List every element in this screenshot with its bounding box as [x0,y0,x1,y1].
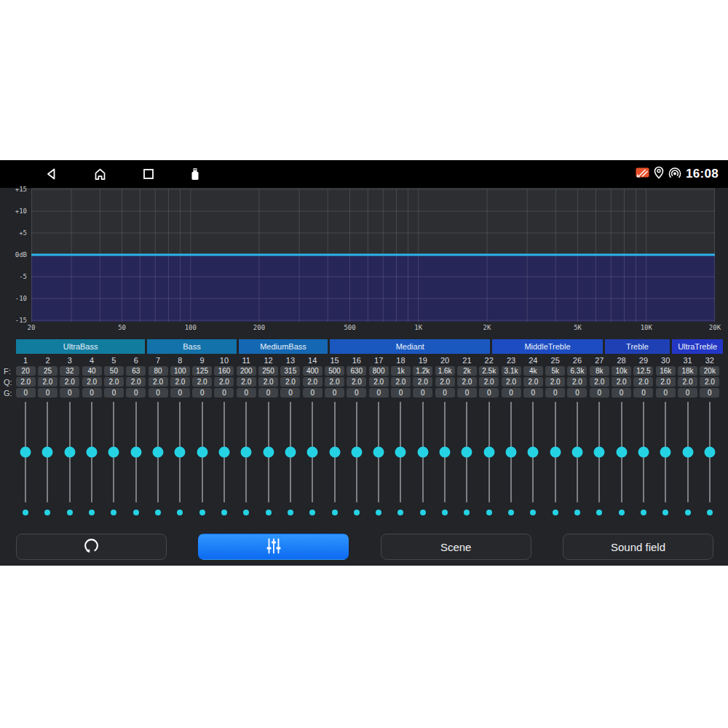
sound-field-button[interactable]: Sound field [563,534,713,560]
gain-slider-ch9[interactable] [191,402,213,502]
slider-track[interactable] [709,402,711,502]
equalizer-button[interactable] [198,534,349,560]
home-icon[interactable] [93,167,107,181]
gain-slider-ch30[interactable] [654,402,676,502]
slider-knob[interactable] [682,447,693,458]
slider-knob[interactable] [483,447,494,458]
gain-slider-ch29[interactable] [633,402,654,502]
slider-knob[interactable] [704,447,715,458]
slider-knob[interactable] [263,447,274,458]
slider-knob[interactable] [130,447,141,458]
slider-track[interactable] [91,402,92,502]
gain-slider-ch18[interactable] [389,402,411,502]
gain-slider-ch10[interactable] [213,402,235,502]
slider-track[interactable] [113,402,114,502]
gain-slider-ch2[interactable] [36,402,58,502]
slider-knob[interactable] [417,447,428,458]
slider-track[interactable] [598,402,600,502]
reset-button[interactable] [16,534,167,560]
gain-slider-ch26[interactable] [566,402,588,502]
gain-slider-ch27[interactable] [588,402,610,502]
slider-knob[interactable] [462,447,472,458]
gain-slider-ch24[interactable] [522,402,544,502]
gain-slider-ch15[interactable] [323,402,345,502]
slider-knob[interactable] [638,447,649,458]
slider-track[interactable] [202,402,203,502]
gain-slider-ch14[interactable] [301,402,323,502]
gain-slider-ch22[interactable] [478,402,500,502]
slider-track[interactable] [312,402,313,502]
slider-track[interactable] [157,402,159,502]
slider-knob[interactable] [616,447,627,458]
slider-knob[interactable] [329,447,340,458]
slider-track[interactable] [179,402,181,502]
slider-knob[interactable] [197,447,207,458]
slider-track[interactable] [532,402,534,502]
slider-track[interactable] [135,402,137,502]
gain-slider-ch4[interactable] [81,402,103,502]
slider-track[interactable] [510,402,512,502]
slider-track[interactable] [687,402,689,502]
slider-track[interactable] [223,402,225,502]
slider-knob[interactable] [506,447,517,458]
slider-track[interactable] [400,402,401,502]
gain-slider-ch1[interactable] [15,402,36,502]
slider-knob[interactable] [87,447,98,458]
gain-slider-ch13[interactable] [280,402,301,502]
slider-knob[interactable] [285,447,296,458]
gain-slider-ch5[interactable] [103,402,124,502]
gain-slider-ch17[interactable] [368,402,389,502]
slider-knob[interactable] [218,447,229,458]
gain-slider-ch31[interactable] [676,402,698,502]
recents-icon[interactable] [142,167,155,181]
gain-slider-ch6[interactable] [125,402,147,502]
slider-knob[interactable] [373,447,384,458]
slider-track[interactable] [25,402,26,502]
scene-button[interactable]: Scene [381,534,531,560]
slider-knob[interactable] [175,447,186,458]
slider-knob[interactable] [307,447,318,458]
gain-slider-ch12[interactable] [257,402,279,502]
gain-slider-ch16[interactable] [346,402,368,502]
slider-track[interactable] [665,402,666,502]
slider-track[interactable] [422,402,424,502]
gain-slider-ch32[interactable] [699,402,721,502]
slider-knob[interactable] [20,447,31,458]
gain-slider-ch7[interactable] [147,402,169,502]
slider-track[interactable] [268,402,269,502]
slider-knob[interactable] [153,447,164,458]
slider-track[interactable] [643,402,644,502]
gain-slider-ch8[interactable] [169,402,191,502]
gain-slider-ch25[interactable] [545,402,566,502]
slider-knob[interactable] [351,447,362,458]
slider-knob[interactable] [550,447,561,458]
slider-knob[interactable] [395,447,406,458]
slider-knob[interactable] [594,447,605,458]
slider-knob[interactable] [440,447,451,458]
slider-track[interactable] [555,402,556,502]
gain-slider-ch11[interactable] [235,402,257,502]
slider-track[interactable] [47,402,48,502]
gain-slider-ch20[interactable] [434,402,456,502]
gain-slider-ch3[interactable] [59,402,81,502]
slider-knob[interactable] [528,447,539,458]
slider-track[interactable] [69,402,71,502]
gain-slider-ch28[interactable] [610,402,632,502]
slider-track[interactable] [356,402,357,502]
slider-track[interactable] [334,402,336,502]
slider-track[interactable] [577,402,578,502]
slider-knob[interactable] [241,447,252,458]
slider-track[interactable] [290,402,291,502]
back-icon[interactable] [45,167,58,181]
gain-slider-ch23[interactable] [500,402,522,502]
slider-knob[interactable] [64,447,75,458]
slider-knob[interactable] [660,447,671,458]
slider-knob[interactable] [42,447,53,458]
usb-device-icon[interactable] [190,167,200,181]
slider-track[interactable] [466,402,467,502]
slider-track[interactable] [245,402,247,502]
slider-knob[interactable] [571,447,582,458]
slider-track[interactable] [444,402,446,502]
slider-track[interactable] [378,402,379,502]
slider-knob[interactable] [108,447,119,458]
